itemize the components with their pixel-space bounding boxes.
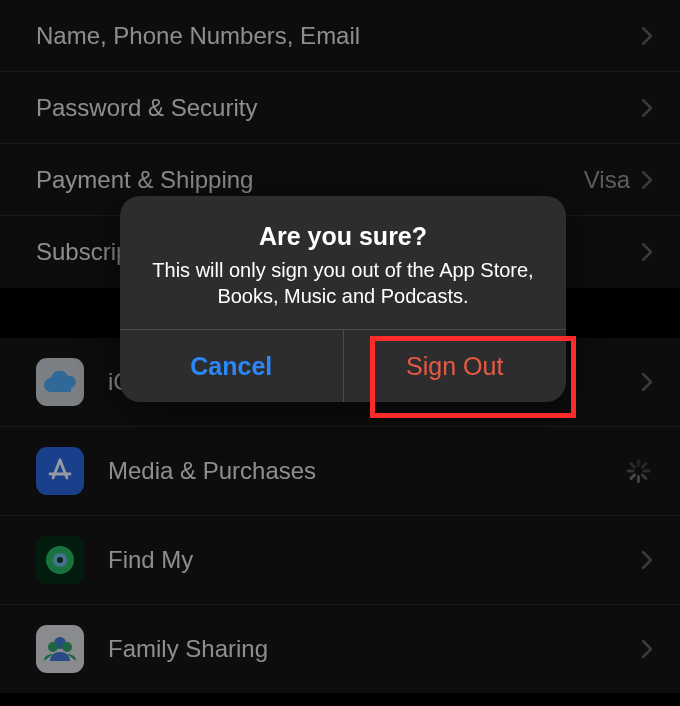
appstore-icon [36,447,84,495]
row-label: Find My [108,546,642,574]
row-label: Media & Purchases [108,457,624,485]
row-label: Payment & Shipping [36,166,584,194]
svg-point-5 [57,557,63,563]
row-name-phone-email[interactable]: Name, Phone Numbers, Email [0,0,680,72]
chevron-right-icon [642,243,652,261]
findmy-icon [36,536,84,584]
row-find-my[interactable]: Find My [0,516,680,605]
row-value: Visa [584,166,630,194]
chevron-right-icon [642,640,652,658]
loading-spinner-icon [624,457,652,485]
dialog-message: This will only sign you out of the App S… [142,257,544,309]
chevron-right-icon [642,551,652,569]
chevron-right-icon [642,373,652,391]
svg-point-7 [48,642,58,652]
confirm-signout-dialog: Are you sure? This will only sign you ou… [120,196,566,402]
chevron-right-icon [642,99,652,117]
signout-button[interactable]: Sign Out [343,330,567,402]
dialog-actions: Cancel Sign Out [120,329,566,402]
chevron-right-icon [642,171,652,189]
family-sharing-icon [36,625,84,673]
dialog-body: Are you sure? This will only sign you ou… [120,196,566,329]
row-label: Password & Security [36,94,642,122]
dialog-title: Are you sure? [142,222,544,251]
cancel-button[interactable]: Cancel [120,330,343,402]
icloud-icon [36,358,84,406]
row-label: Family Sharing [108,635,642,663]
row-media-purchases[interactable]: Media & Purchases [0,427,680,516]
row-password-security[interactable]: Password & Security [0,72,680,144]
row-family-sharing[interactable]: Family Sharing [0,605,680,693]
chevron-right-icon [642,27,652,45]
svg-point-8 [62,642,72,652]
row-label: Name, Phone Numbers, Email [36,22,642,50]
